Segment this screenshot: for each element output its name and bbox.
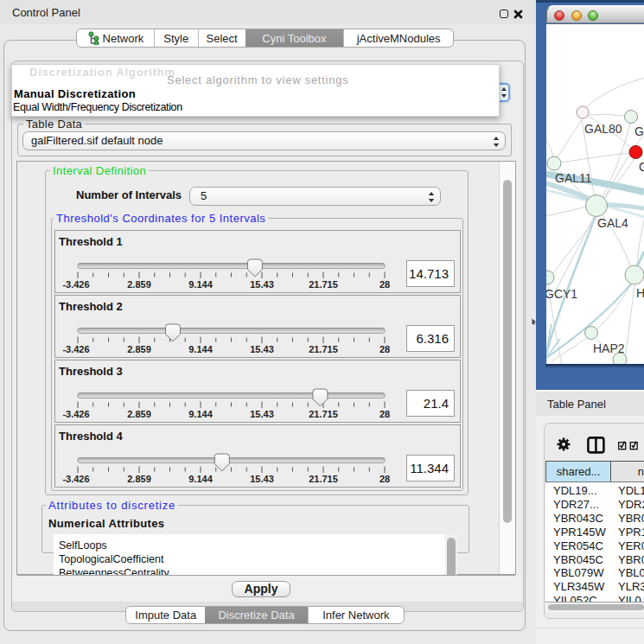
- svg-text:GAL11: GAL11: [555, 171, 592, 185]
- svg-text:Threshold 3: Threshold 3: [59, 365, 123, 378]
- svg-text:-3.426: -3.426: [62, 409, 89, 419]
- svg-text:-3.426: -3.426: [62, 279, 89, 290]
- svg-text:9.144: 9.144: [188, 409, 213, 419]
- svg-text:28: 28: [379, 279, 390, 290]
- svg-text:28: 28: [379, 344, 390, 354]
- svg-text:15.43: 15.43: [250, 474, 274, 484]
- svg-text:2.859: 2.859: [127, 409, 151, 419]
- svg-text:GCY1: GCY1: [546, 287, 577, 301]
- svg-text:21.715: 21.715: [309, 474, 338, 484]
- svg-text:Threshold 2: Threshold 2: [59, 300, 123, 313]
- svg-text:28: 28: [379, 474, 390, 484]
- svg-text:9.144: 9.144: [188, 474, 213, 484]
- svg-text:H: H: [636, 286, 644, 300]
- svg-text:G.: G.: [634, 124, 644, 138]
- svg-text:Threshold 4: Threshold 4: [59, 430, 123, 443]
- svg-text:21.715: 21.715: [309, 409, 338, 419]
- svg-text:HAP2: HAP2: [593, 341, 625, 355]
- svg-text:9.144: 9.144: [188, 344, 213, 354]
- svg-text:-3.426: -3.426: [62, 344, 89, 354]
- svg-text:21.715: 21.715: [309, 344, 338, 354]
- svg-text:28: 28: [379, 409, 390, 419]
- svg-text:15.43: 15.43: [250, 344, 274, 354]
- svg-text:GAL4: GAL4: [597, 216, 628, 230]
- svg-text:15.43: 15.43: [250, 279, 274, 290]
- svg-text:2.859: 2.859: [127, 474, 151, 484]
- svg-text:G: G: [639, 160, 644, 174]
- svg-text:GAL80: GAL80: [584, 122, 622, 136]
- svg-text:-3.426: -3.426: [62, 474, 89, 484]
- svg-text:2.859: 2.859: [127, 344, 151, 354]
- svg-text:2.859: 2.859: [127, 279, 151, 290]
- svg-text:Threshold 1: Threshold 1: [59, 235, 123, 248]
- svg-text:9.144: 9.144: [188, 279, 213, 290]
- svg-text:21.715: 21.715: [309, 279, 338, 290]
- svg-text:15.43: 15.43: [250, 409, 274, 419]
